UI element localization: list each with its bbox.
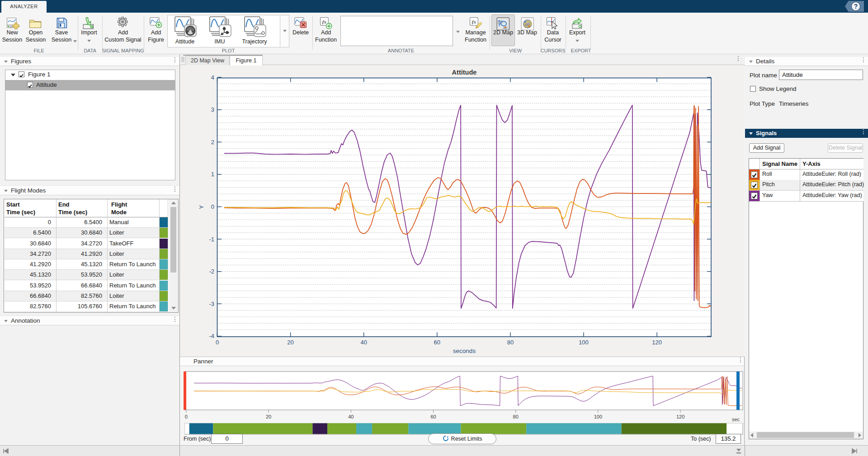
svg-text:sec: sec [732, 417, 740, 422]
svg-text:4: 4 [211, 74, 214, 81]
svg-text:-4: -4 [209, 333, 214, 339]
svg-text:60: 60 [434, 339, 440, 346]
svg-text:-1: -1 [209, 236, 214, 243]
svg-text:2: 2 [211, 139, 214, 146]
svg-text:Y: Y [198, 205, 205, 209]
svg-text:seconds: seconds [453, 348, 476, 354]
svg-text:0: 0 [211, 203, 214, 210]
svg-text:-2: -2 [209, 268, 214, 275]
svg-text:1: 1 [211, 171, 214, 178]
svg-text:fx: fx [472, 19, 476, 24]
svg-text:60: 60 [430, 414, 436, 419]
svg-text:20: 20 [287, 339, 293, 346]
svg-text:40: 40 [360, 339, 367, 346]
svg-text:20: 20 [266, 414, 271, 419]
svg-text:fx: fx [322, 19, 327, 24]
svg-text:80: 80 [513, 414, 519, 419]
svg-text:Attitude: Attitude [452, 69, 477, 76]
svg-text:0: 0 [185, 414, 188, 419]
svg-text:0: 0 [216, 339, 219, 346]
svg-text:100: 100 [579, 339, 589, 346]
svg-text:3: 3 [211, 106, 214, 113]
svg-text:-3: -3 [209, 301, 214, 307]
svg-text:40: 40 [348, 414, 354, 419]
svg-text:100: 100 [594, 414, 602, 419]
svg-text:80: 80 [507, 339, 514, 346]
svg-text:120: 120 [676, 414, 684, 419]
svg-text:120: 120 [652, 339, 662, 346]
